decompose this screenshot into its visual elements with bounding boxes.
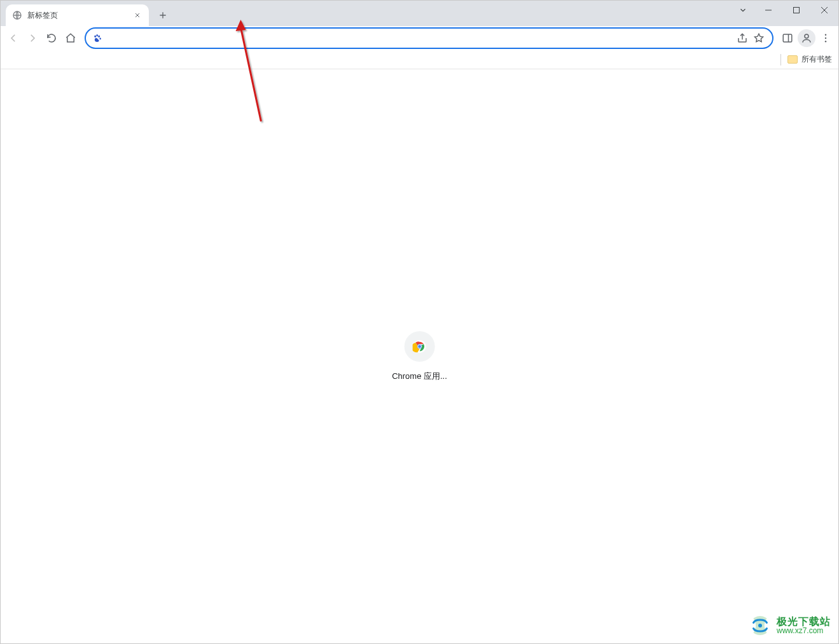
reload-button[interactable] (43, 29, 60, 47)
baidu-paw-icon (91, 32, 104, 45)
shortcut-label: Chrome 应用... (392, 371, 447, 382)
side-panel-button[interactable] (779, 29, 796, 47)
address-input[interactable] (107, 29, 734, 48)
watermark-url: www.xz7.com (777, 627, 831, 635)
watermark-title: 极光下载站 (777, 616, 831, 627)
ntp-shortcut[interactable]: Chrome 应用... (392, 331, 447, 382)
forward-button[interactable] (24, 29, 41, 47)
address-bar[interactable] (85, 27, 773, 49)
toolbar (1, 26, 838, 50)
svg-point-4 (96, 34, 98, 36)
share-icon[interactable] (734, 30, 751, 46)
tab-strip: 新标签页 (1, 1, 838, 26)
watermark: 极光下载站 www.xz7.com (749, 614, 831, 637)
tab-title: 新标签页 (27, 10, 132, 21)
globe-icon (12, 10, 22, 20)
all-bookmarks-label: 所有书签 (801, 54, 832, 65)
chrome-logo-icon (413, 339, 427, 353)
watermark-logo-icon (749, 614, 772, 637)
svg-point-12 (825, 41, 826, 42)
all-bookmarks-folder[interactable]: 所有书签 (787, 54, 832, 65)
new-tab-button[interactable] (154, 6, 172, 24)
maximize-button[interactable] (782, 1, 810, 20)
svg-point-5 (98, 35, 100, 37)
window-controls (732, 1, 838, 20)
profile-button[interactable] (798, 29, 815, 47)
svg-rect-2 (794, 8, 800, 13)
svg-point-16 (758, 624, 762, 627)
svg-rect-7 (783, 34, 792, 42)
home-button[interactable] (62, 29, 80, 47)
bookmark-star-icon[interactable] (751, 30, 767, 46)
svg-point-3 (94, 35, 96, 37)
browser-tab[interactable]: 新标签页 (6, 4, 149, 26)
svg-point-11 (825, 37, 826, 38)
bookmark-bar: 所有书签 (1, 50, 838, 69)
minimize-button[interactable] (754, 1, 782, 20)
svg-point-9 (805, 34, 808, 38)
new-tab-page: Chrome 应用... 极光下载站 www.xz7.com (1, 69, 838, 643)
close-window-button[interactable] (810, 1, 838, 20)
back-button[interactable] (4, 29, 22, 47)
kebab-menu-button[interactable] (817, 29, 835, 47)
svg-point-6 (99, 38, 101, 39)
divider (780, 54, 781, 65)
folder-icon (787, 55, 798, 64)
close-tab-button[interactable] (132, 10, 142, 20)
tab-search-button[interactable] (732, 1, 754, 20)
shortcut-circle (405, 331, 435, 362)
svg-point-10 (825, 34, 826, 35)
